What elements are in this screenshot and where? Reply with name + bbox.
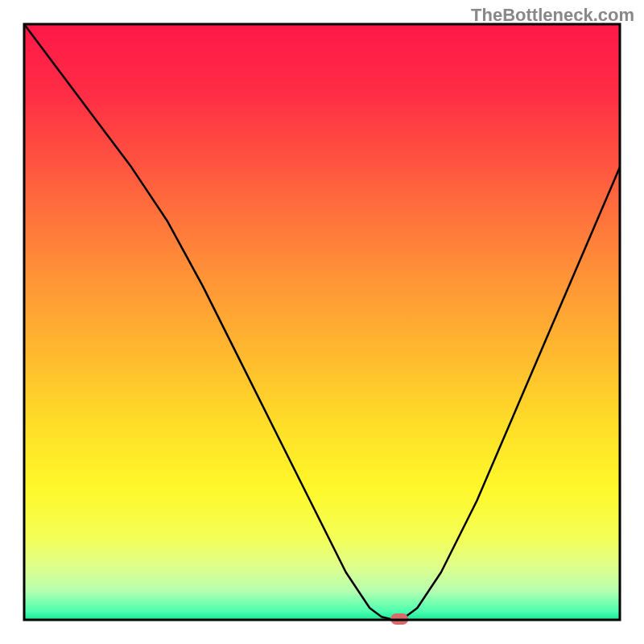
watermark-text: TheBottleneck.com xyxy=(471,5,634,26)
plot-background xyxy=(24,24,620,620)
chart-container: TheBottleneck.com xyxy=(0,0,644,644)
bottleneck-chart xyxy=(0,0,644,644)
